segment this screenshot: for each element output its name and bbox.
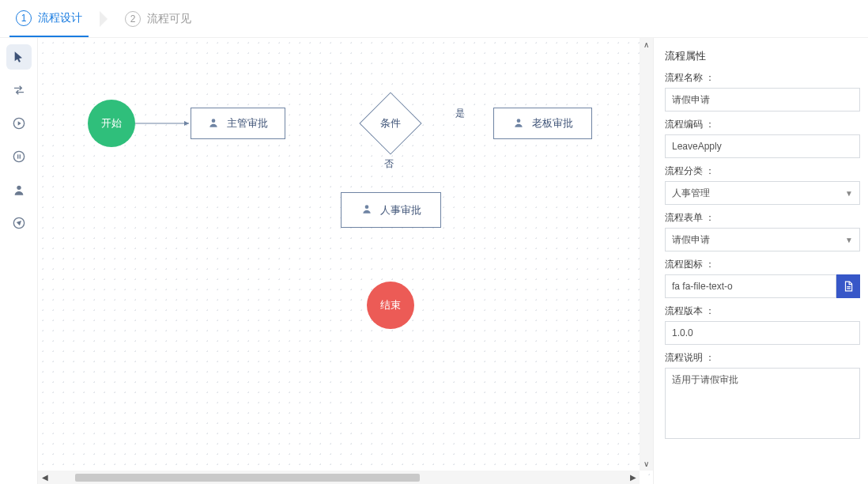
step-1-number: 1 — [16, 10, 32, 26]
tool-gateway[interactable] — [6, 210, 32, 236]
step-design[interactable]: 1 流程设计 — [9, 0, 89, 37]
label-process-desc: 流程说明 — [665, 351, 860, 365]
hscroll-track[interactable] — [51, 474, 626, 482]
scroll-down-arrow-icon[interactable]: ∨ — [640, 457, 653, 471]
node-boss-label: 老板审批 — [532, 116, 573, 130]
node-end-label: 结束 — [380, 298, 401, 312]
step-visibility[interactable]: 2 流程可见 — [119, 0, 198, 37]
user-icon — [13, 183, 25, 196]
user-icon — [208, 117, 219, 130]
input-process-icon[interactable] — [665, 274, 836, 298]
svg-point-1 — [13, 151, 24, 161]
input-process-version[interactable] — [665, 321, 860, 345]
wizard-steps: 1 流程设计 2 流程可见 — [0, 0, 868, 38]
edge-label-no: 否 — [384, 157, 394, 171]
horizontal-scrollbar[interactable]: ◀ ▶ — [38, 471, 640, 484]
node-hr-approve[interactable]: 人事审批 — [341, 192, 441, 228]
edge-label-yes: 是 — [455, 107, 465, 120]
step-2-number: 2 — [125, 11, 141, 27]
input-process-code[interactable] — [665, 134, 860, 158]
properties-title: 流程属性 — [665, 49, 860, 63]
step-1-label: 流程设计 — [38, 11, 82, 25]
svg-point-12 — [516, 119, 520, 123]
node-condition-label: 条件 — [380, 116, 401, 130]
svg-point-4 — [17, 186, 21, 190]
select-process-form[interactable]: 请假申请 ▼ — [665, 228, 860, 251]
node-hr-label: 人事审批 — [380, 203, 421, 217]
select-form-value: 请假申请 — [672, 233, 710, 247]
label-process-code: 流程编码 — [665, 118, 860, 131]
scroll-up-arrow-icon[interactable]: ∧ — [640, 38, 653, 51]
node-supervisor-label: 主管审批 — [227, 116, 268, 130]
svg-rect-3 — [19, 154, 20, 158]
tool-palette — [0, 38, 38, 484]
step-separator-icon — [100, 11, 108, 27]
canvas-area[interactable]: 开始 主管审批 条件 是 否 老板审批 — [38, 38, 653, 484]
label-process-name: 流程名称 — [665, 71, 860, 85]
user-icon — [361, 203, 372, 217]
node-start[interactable]: 开始 — [88, 100, 135, 147]
input-process-name[interactable] — [665, 88, 860, 112]
label-process-icon: 流程图标 — [665, 258, 860, 271]
select-process-category[interactable]: 人事管理 ▼ — [665, 181, 860, 205]
textarea-process-desc[interactable] — [665, 368, 860, 439]
tool-pause-node[interactable] — [6, 144, 32, 169]
svg-point-13 — [364, 205, 368, 209]
tool-start-node[interactable] — [6, 111, 32, 136]
compass-icon — [13, 217, 25, 229]
button-pick-icon[interactable] — [836, 274, 860, 298]
node-end[interactable]: 结束 — [367, 282, 414, 329]
scroll-right-arrow-icon[interactable]: ▶ — [626, 471, 640, 484]
svg-rect-2 — [17, 154, 18, 158]
svg-point-11 — [212, 119, 216, 123]
label-process-category: 流程分类 — [665, 164, 860, 178]
canvas-grid — [38, 38, 653, 484]
scroll-left-arrow-icon[interactable]: ◀ — [38, 471, 51, 484]
tool-connection[interactable] — [6, 78, 32, 103]
play-circle-icon — [13, 117, 25, 130]
hscroll-thumb[interactable] — [75, 474, 420, 482]
swap-icon — [13, 84, 25, 96]
node-start-label: 开始 — [101, 116, 122, 130]
caret-down-icon: ▼ — [845, 189, 853, 198]
pause-circle-icon — [13, 150, 25, 163]
tool-user-task[interactable] — [6, 177, 32, 202]
step-2-label: 流程可见 — [147, 12, 191, 26]
node-boss-approve[interactable]: 老板审批 — [493, 108, 592, 139]
label-process-form: 流程表单 — [665, 211, 860, 225]
node-supervisor-approve[interactable]: 主管审批 — [191, 108, 285, 139]
tool-pointer[interactable] — [6, 44, 32, 70]
user-icon — [513, 117, 524, 130]
pointer-icon — [13, 51, 25, 63]
caret-down-icon: ▼ — [845, 236, 853, 244]
vertical-scrollbar[interactable]: ∧ ∨ — [640, 38, 653, 471]
properties-panel: 流程属性 流程名称 流程编码 流程分类 人事管理 ▼ 流程表单 请假申请 — [653, 38, 868, 484]
label-process-version: 流程版本 — [665, 304, 860, 318]
file-text-icon — [843, 281, 854, 292]
select-category-value: 人事管理 — [672, 187, 710, 200]
